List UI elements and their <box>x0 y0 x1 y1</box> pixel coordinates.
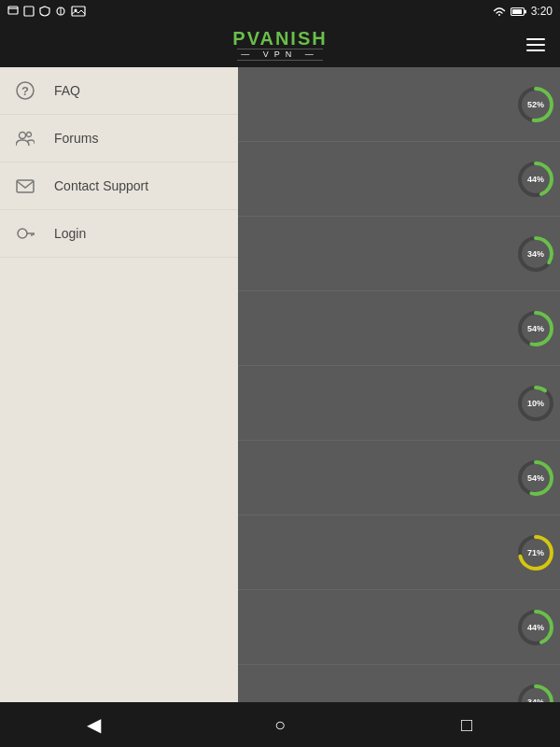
load-percentage: 54% <box>527 324 544 333</box>
status-bar: 3:20 <box>0 0 560 22</box>
time-display: 3:20 <box>531 5 553 18</box>
load-indicator: 71% <box>515 532 556 573</box>
sidebar-item-faq[interactable]: ? FAQ <box>0 67 238 115</box>
svg-rect-8 <box>512 9 522 14</box>
image-icon <box>71 6 86 17</box>
load-indicator: 34% <box>515 233 556 275</box>
key-icon <box>16 224 35 243</box>
load-indicator: 44% <box>515 607 556 648</box>
load-percentage: 54% <box>527 473 544 483</box>
load-indicator: 10% <box>515 383 556 424</box>
load-percentage: 34% <box>527 249 544 259</box>
svg-text:?: ? <box>21 84 29 98</box>
svg-point-32 <box>27 133 32 137</box>
sidebar: Server List ? FAQ Forums <box>0 22 238 702</box>
faq-icon: ? <box>15 80 35 101</box>
back-icon: ◀ <box>87 713 101 736</box>
svg-rect-33 <box>17 180 34 192</box>
logo-vpn: — VPN — <box>237 49 323 61</box>
status-bar-right-icons: 3:20 <box>492 5 553 18</box>
forums-icon <box>15 128 35 148</box>
logo-vanish: VANISH <box>247 28 328 49</box>
sidebar-item-contact-support[interactable]: Contact Support <box>0 162 238 210</box>
load-indicator: 52% <box>515 84 556 125</box>
svg-rect-0 <box>8 7 18 14</box>
sidebar-item-login[interactable]: Login <box>0 210 238 258</box>
load-percentage: 10% <box>527 399 544 408</box>
hamburger-line-1 <box>526 38 545 40</box>
load-indicator: 54% <box>515 308 556 349</box>
wifi-icon <box>492 6 507 17</box>
login-icon <box>15 223 35 244</box>
contact-support-icon <box>15 176 35 196</box>
logo-p: P <box>232 28 246 49</box>
load-percentage: 44% <box>527 623 544 632</box>
svg-rect-2 <box>24 7 34 16</box>
logo-text: PVANISH <box>232 29 327 48</box>
svg-rect-5 <box>72 7 85 16</box>
load-indicator: 34% <box>515 682 556 703</box>
question-icon: ? <box>16 81 35 100</box>
sidebar-item-forums[interactable]: Forums <box>0 115 238 162</box>
app-logo: PVANISH — VPN — <box>232 29 327 61</box>
load-indicator: 54% <box>515 458 556 499</box>
envelope-icon <box>16 176 35 195</box>
person-group-icon <box>16 129 35 148</box>
svg-point-34 <box>18 229 27 238</box>
nav-bar: ◀ ○ □ <box>0 702 560 747</box>
recent-button[interactable]: □ <box>443 706 490 743</box>
login-label: Login <box>54 226 86 241</box>
hamburger-line-3 <box>526 49 545 51</box>
battery-icon <box>511 7 527 17</box>
forums-label: Forums <box>54 131 98 146</box>
load-percentage: 44% <box>527 175 544 184</box>
recent-icon: □ <box>461 714 472 736</box>
faq-label: FAQ <box>54 83 80 98</box>
hamburger-line-2 <box>526 44 545 46</box>
notification-icon <box>7 6 19 17</box>
vpn-icon <box>55 6 66 17</box>
load-percentage: 71% <box>527 548 544 557</box>
home-button[interactable]: ○ <box>257 706 303 743</box>
home-icon: ○ <box>274 714 286 736</box>
load-indicator: 44% <box>515 159 556 200</box>
shield-icon <box>39 6 50 17</box>
contact-support-label: Contact Support <box>54 178 148 193</box>
hamburger-button[interactable] <box>523 35 549 55</box>
download-icon <box>23 6 35 17</box>
status-bar-left-icons <box>7 6 86 17</box>
load-percentage: 52% <box>527 100 544 109</box>
app-header: PVANISH — VPN — <box>0 22 560 67</box>
svg-rect-9 <box>525 9 526 13</box>
back-button[interactable]: ◀ <box>70 706 117 743</box>
svg-point-31 <box>20 133 26 139</box>
